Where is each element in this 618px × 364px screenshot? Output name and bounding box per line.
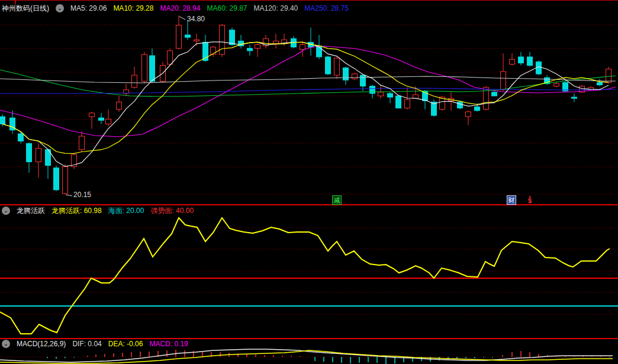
ma-line-MA120: [0, 76, 616, 83]
symbol-title: 神州数码(日线): [2, 4, 49, 12]
chevron-down-icon[interactable]: ⌄: [56, 4, 64, 12]
ma60-value: MA60: 29.87: [207, 4, 247, 12]
ma20-value: MA20: 28.94: [160, 4, 200, 12]
macd-panel-header: ⌄ MACD(12,26,9) DIF: 0.04 DEA: -0.06 MAC…: [2, 340, 188, 348]
ma10-value: MA10: 29.28: [113, 4, 153, 12]
indicator-panel-header: ⌄ 龙腾活跃 龙腾活跃: 60.98 海面: 20.00 强势面: 40.00: [2, 207, 194, 215]
ma250-value: MA250: 28.75: [304, 4, 349, 12]
indicator-title: 龙腾活跃: [17, 207, 45, 215]
haimian-value: 海面: 20.00: [108, 207, 144, 215]
dif-value: DIF: 0.04: [72, 340, 101, 348]
chart-canvas[interactable]: [0, 0, 618, 364]
dea-value: DEA: -0.06: [108, 340, 143, 348]
qiangshi-value: 强势面: 40.00: [150, 207, 194, 215]
main-gridlines: [0, 25, 618, 194]
chevron-down-icon[interactable]: ⌄: [2, 340, 10, 348]
sell-signal-marker: 减: [332, 195, 342, 205]
macd-value: MACD: 0.19: [149, 340, 188, 348]
indicator-panel: [0, 218, 618, 334]
trading-chart-window: 神州数码(日线) ⌄ MA5: 29.06 MA10: 29.28 MA20: …: [0, 0, 618, 364]
main-chart-header: 神州数码(日线) ⌄ MA5: 29.06 MA10: 29.28 MA20: …: [2, 4, 349, 12]
low-arrow: [66, 195, 72, 196]
low-price-label: 20.15: [73, 191, 91, 199]
ma5-value: MA5: 29.06: [70, 4, 107, 12]
chevron-down-icon[interactable]: ⌄: [2, 207, 10, 215]
macd-panel: [0, 349, 618, 364]
high-arrow: [179, 17, 185, 20]
ma-line-MA10: [2, 42, 609, 153]
ma-line-MA5: [2, 42, 609, 166]
longteng-line: [0, 218, 610, 334]
high-price-label: 34.80: [187, 15, 205, 23]
longteng-value: 龙腾活跃: 60.98: [52, 207, 102, 215]
candles: [0, 15, 611, 194]
ma120-value: MA120: 29.40: [254, 4, 298, 12]
dollar-signal-marker: ▲ $: [526, 195, 533, 204]
wealth-signal-marker: 财: [507, 195, 516, 205]
macd-title: MACD(12,26,9): [17, 340, 66, 348]
